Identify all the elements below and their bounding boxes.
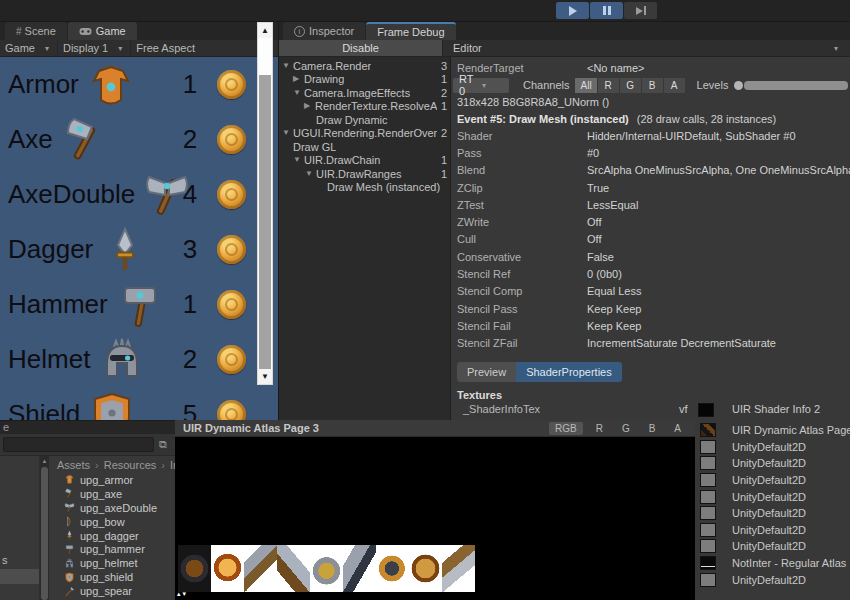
tree-item[interactable]: Draw GL — [279, 140, 450, 154]
channel-button[interactable]: A — [668, 422, 687, 435]
channel-button[interactable]: B — [643, 422, 662, 435]
tree-item[interactable]: Camera.Render 3 — [279, 59, 450, 73]
tree-item[interactable]: Camera.ImageEffects 2 — [279, 86, 450, 100]
tree-item[interactable]: Draw Dynamic — [279, 113, 450, 127]
step-button[interactable] — [624, 2, 657, 19]
disclosure-triangle-icon[interactable] — [282, 129, 293, 137]
texture-list-item[interactable]: UIR Dynamic Atlas Page — [695, 422, 850, 439]
tab-frame-debug[interactable]: Frame Debug — [366, 22, 455, 40]
playback-controls — [556, 2, 657, 19]
slider-track — [744, 81, 848, 90]
shop-item-row: Helmet 2 — [0, 332, 278, 387]
texture-property-row: _ShaderInfoTex vf UIR Shader Info 2 — [451, 403, 850, 419]
asset-name: upg_hammer — [80, 543, 145, 555]
tree-item[interactable]: RenderTexture.ResolveA 1 — [279, 100, 450, 114]
levels-slider[interactable] — [734, 81, 848, 90]
disclosure-triangle-icon[interactable] — [282, 62, 293, 70]
item-price: 5 — [178, 399, 202, 420]
disclosure-triangle-icon[interactable] — [293, 89, 304, 97]
coin-icon — [217, 235, 246, 264]
asset-name: upg_axe — [80, 488, 122, 500]
disclosure-triangle-icon[interactable] — [305, 170, 316, 178]
shader-properties-button[interactable]: ShaderProperties — [516, 362, 622, 382]
breadcrumb-segment[interactable]: Inv — [156, 459, 175, 471]
texture-list-item[interactable]: UnityDefault2D — [695, 505, 850, 522]
frame-debug-tabbar: Inspector Frame Debug — [279, 22, 850, 40]
slider-knob[interactable] — [734, 81, 743, 90]
asset-item[interactable]: upg_helmet — [49, 556, 175, 570]
play-button[interactable] — [556, 2, 589, 19]
tab-inspector[interactable]: Inspector — [283, 22, 365, 40]
texture-thumbnail — [700, 440, 716, 454]
asset-item[interactable]: upg_dagger — [49, 529, 175, 543]
pause-button[interactable] — [590, 2, 623, 19]
asset-item[interactable]: upg_bow — [49, 515, 175, 529]
channel-button[interactable]: G — [616, 422, 636, 435]
target-dropdown[interactable]: Editor — [442, 40, 850, 56]
search-input[interactable] — [3, 437, 154, 452]
asset-item[interactable]: upg_hammer — [49, 542, 175, 556]
texture-list-item[interactable]: UnityDefault2D — [695, 488, 850, 505]
property-row: Blend SrcAlpha OneMinusSrcAlpha, One One… — [451, 162, 850, 179]
scroll-up-icon[interactable] — [42, 456, 48, 466]
tree-item[interactable]: UGUI.Rendering.RenderOverla 2 — [279, 127, 450, 141]
disclosure-triangle-icon[interactable] — [304, 102, 315, 110]
game-mode-dropdown[interactable]: Game — [0, 40, 57, 56]
tree-item[interactable]: Drawing 1 — [279, 73, 450, 87]
display-dropdown[interactable]: Display 1 — [57, 40, 130, 56]
texture-list-item[interactable]: NotInter - Regular Atlas — [695, 555, 850, 572]
texture-list-item[interactable]: UnityDefault2D — [695, 439, 850, 456]
channel-button[interactable]: G — [620, 78, 641, 93]
detail-mode-buttons: Preview ShaderProperties — [457, 362, 850, 382]
item-name: Axe — [8, 124, 53, 155]
asset-item[interactable]: upg_axe — [49, 487, 175, 501]
texture-list-item[interactable]: UnityDefault2D — [695, 571, 850, 588]
preview-button[interactable]: Preview — [457, 362, 516, 382]
scrollbar-thumb[interactable] — [41, 467, 48, 600]
channel-button[interactable]: A — [664, 78, 685, 93]
disclosure-triangle-icon[interactable] — [293, 156, 304, 164]
item-icon — [116, 281, 164, 329]
channel-button[interactable]: R — [598, 78, 619, 93]
project-scrollbar[interactable] — [40, 456, 49, 600]
atlas-window-titlebar[interactable]: UIR Dynamic Atlas Page 3 RGBRGBA — [175, 420, 695, 437]
texture-list-item[interactable]: UnityDefault2D — [695, 522, 850, 539]
tree-item[interactable]: UIR.DrawRanges 1 — [279, 167, 450, 181]
tree-item[interactable]: UIR.DrawChain 1 — [279, 154, 450, 168]
aspect-dropdown[interactable]: Free Aspect — [130, 40, 203, 56]
texture-list-item[interactable]: UnityDefault2D — [695, 455, 850, 472]
channel-button[interactable]: RGB — [549, 422, 583, 435]
channel-button[interactable]: R — [590, 422, 609, 435]
asset-item[interactable]: upg_armor — [49, 473, 175, 487]
scroll-down-icon[interactable] — [258, 369, 272, 384]
selected-folder-row[interactable] — [0, 569, 39, 584]
coin-icon — [217, 125, 246, 154]
scrollbar-thumb[interactable] — [259, 75, 271, 370]
tab-scene[interactable]: Scene — [5, 22, 67, 40]
step-icon — [636, 7, 643, 15]
asset-item[interactable]: upg_shield — [49, 570, 175, 584]
tree-item[interactable]: Draw Mesh (instanced) — [279, 181, 450, 195]
channel-button[interactable]: B — [642, 78, 663, 93]
disclosure-triangle-icon[interactable] — [293, 75, 304, 83]
texture-list-item[interactable]: UnityDefault2D — [695, 472, 850, 489]
rt-dropdown[interactable]: RT 0 — [453, 78, 509, 93]
open-search-window-icon[interactable] — [154, 438, 172, 451]
tab-game[interactable]: Game — [68, 22, 137, 40]
item-price: 4 — [178, 179, 202, 210]
game-scrollbar[interactable] — [257, 22, 273, 385]
sprite-tile — [442, 545, 475, 592]
disable-button[interactable]: Disable — [279, 40, 442, 56]
shop-item-row: Hammer 1 — [0, 277, 278, 332]
sprite-tile — [376, 545, 409, 592]
draw-call-count: 2 — [437, 127, 447, 139]
scroll-up-icon[interactable] — [258, 23, 272, 38]
item-price: 3 — [178, 234, 202, 265]
breadcrumb-segment[interactable]: Resources — [90, 459, 156, 471]
asset-item[interactable]: upg_spear — [49, 584, 175, 598]
channel-button[interactable]: All — [575, 78, 596, 93]
chevron-down-icon — [118, 44, 122, 53]
texture-list-item[interactable]: UnityDefault2D — [695, 538, 850, 555]
breadcrumb-segment[interactable]: Assets — [57, 459, 90, 471]
asset-item[interactable]: upg_axeDouble — [49, 501, 175, 515]
